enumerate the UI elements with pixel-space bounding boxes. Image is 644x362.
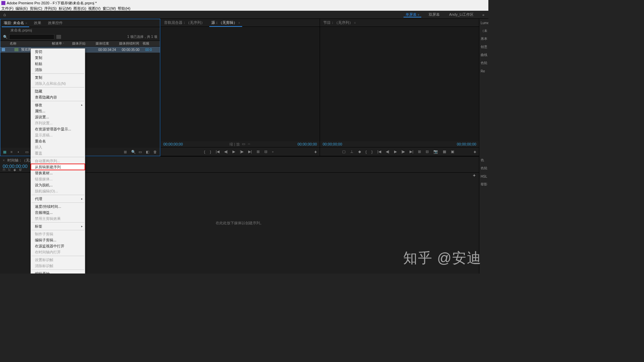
menu-marker[interactable]: 标记(M): [59, 6, 72, 11]
ctx-item[interactable]: 剪切: [31, 49, 85, 55]
ctx-item[interactable]: 设为脱机...: [31, 182, 85, 188]
ctx-item[interactable]: 速度/持续时间...: [31, 203, 85, 209]
ctx-item[interactable]: 标签: [31, 223, 85, 229]
tab-project[interactable]: 项目: 未命名≡: [0, 19, 31, 27]
menu-window[interactable]: 窗口(W): [103, 6, 116, 11]
menu-view[interactable]: 视图(V): [88, 6, 101, 11]
go-out-icon[interactable]: ▶|: [248, 149, 252, 154]
ctx-item[interactable]: 音频增益...: [31, 209, 85, 216]
play-icon[interactable]: ▶: [394, 149, 397, 154]
ctx-item[interactable]: 从剪辑新建序列: [31, 164, 85, 170]
ctx-item[interactable]: 重命名: [31, 138, 85, 144]
freeform-view-icon[interactable]: ▪: [18, 150, 22, 154]
go-in-icon[interactable]: {: [366, 150, 367, 154]
add-marker-icon[interactable]: ▢: [342, 149, 345, 154]
next-frame-icon[interactable]: |▶: [401, 149, 405, 154]
ctx-item[interactable]: 替换素材...: [31, 170, 85, 176]
ctx-item[interactable]: 属性...: [31, 108, 85, 114]
automate-icon[interactable]: ⊞: [124, 150, 128, 154]
insert-icon[interactable]: ⊞: [257, 149, 260, 154]
lumetri-title[interactable]: Lume: [479, 19, 488, 27]
mark-out-icon[interactable]: }: [210, 150, 211, 154]
col-video[interactable]: 视频: [141, 41, 151, 46]
program-view[interactable]: [320, 27, 479, 141]
new-bin-btn[interactable]: ▭: [139, 150, 143, 154]
mark-out-icon[interactable]: ◆: [358, 149, 361, 154]
search-input[interactable]: [9, 34, 54, 40]
ctx-item[interactable]: 粘贴: [31, 61, 85, 67]
mark-in-icon[interactable]: {: [204, 150, 205, 154]
col-media-duration[interactable]: 媒体持续时间: [118, 41, 141, 46]
marker-icon[interactable]: ◆: [13, 168, 16, 172]
ctx-item[interactable]: 编辑原始: [31, 270, 85, 274]
workspace-single[interactable]: 单屏幕 ≡: [401, 12, 424, 17]
tab-source[interactable]: 源：（无剪辑）≡: [208, 19, 244, 26]
trash-icon[interactable]: 🗑: [153, 150, 157, 154]
program-tc-out[interactable]: 00;00;00;00: [457, 142, 476, 146]
ctx-item[interactable]: 代理: [31, 196, 85, 202]
source-tc-out[interactable]: 00;00;00;00: [298, 142, 317, 146]
tab-audio-mixer[interactable]: 音轨混合器：（无序列）: [161, 19, 208, 26]
go-in-icon[interactable]: |◀: [216, 149, 219, 154]
ctx-item[interactable]: 在源监视器中打开: [31, 243, 85, 249]
go-out-icon[interactable]: }: [371, 150, 373, 154]
home-icon[interactable]: ⌂: [0, 12, 9, 17]
col-media-end[interactable]: 媒体结束: [94, 41, 118, 46]
find-icon[interactable]: 🔍: [131, 150, 135, 154]
workspace-custom[interactable]: Andy_Li工作区: [444, 12, 478, 17]
project-columns: 名称 帧速率ˇ 媒体开始 媒体结束 媒体持续时间 视频: [0, 41, 160, 47]
comparison-icon[interactable]: ▦: [443, 149, 446, 154]
ctx-item[interactable]: 复制: [31, 55, 85, 61]
source-view[interactable]: [161, 27, 320, 141]
tab-effect-controls[interactable]: 效果控件: [45, 19, 66, 27]
linked-sel-icon[interactable]: ⊂: [8, 168, 11, 172]
button-editor-icon[interactable]: +: [474, 149, 476, 155]
new-bin-icon[interactable]: [56, 35, 61, 39]
mark-in-icon[interactable]: ⊥: [350, 149, 354, 154]
prev-frame-icon[interactable]: ◀|: [386, 149, 389, 154]
menu-clip[interactable]: 剪辑(C): [30, 6, 42, 11]
ctx-item[interactable]: 源设置...: [31, 114, 85, 120]
ctx-item[interactable]: 编辑子剪辑...: [31, 237, 85, 243]
ctx-item[interactable]: 清除: [31, 67, 85, 73]
button-editor-icon[interactable]: +: [314, 149, 317, 155]
menu-file[interactable]: 文件(F): [1, 6, 13, 11]
step-fwd-icon[interactable]: ▶|: [410, 149, 413, 154]
ctx-item[interactable]: 在资源管理器中显示...: [31, 126, 85, 132]
menu-edit[interactable]: 编辑(E): [15, 6, 28, 11]
source-fit[interactable]: 缩 | 放: [229, 142, 240, 147]
snap-icon[interactable]: ⊓: [3, 168, 5, 172]
export-frame-icon[interactable]: 📷: [433, 149, 438, 154]
tab-program[interactable]: 节目：（无序列）≡: [320, 19, 359, 26]
source-tc-in[interactable]: 00;00;00;00: [163, 142, 183, 146]
menu-graphics[interactable]: 图形(G): [73, 6, 86, 11]
col-fps[interactable]: 帧速率ˇ: [51, 41, 71, 46]
program-tc-in[interactable]: 00;00;00;00: [323, 142, 342, 146]
selection-info: 1 项已选择，共 1 项: [127, 35, 157, 39]
step-fwd-icon[interactable]: |▶: [240, 149, 244, 154]
workspace-double[interactable]: 双屏幕: [424, 12, 444, 17]
ctx-item[interactable]: 修改: [31, 102, 85, 108]
icon-view-icon[interactable]: ≡: [10, 150, 14, 154]
sort-icon[interactable]: ▭: [25, 150, 29, 154]
list-view-icon[interactable]: ▦: [3, 150, 7, 154]
lift-icon[interactable]: ⊞: [418, 149, 421, 154]
tab-effects[interactable]: 效果: [31, 19, 45, 27]
new-item-icon[interactable]: ◧: [146, 150, 150, 154]
ctx-item[interactable]: 隐藏: [31, 88, 85, 94]
col-name[interactable]: 名称: [0, 41, 51, 46]
step-back-icon[interactable]: ◀|: [224, 149, 228, 154]
settings-icon[interactable]: ⚙: [19, 168, 22, 172]
safe-margin-icon[interactable]: ▣: [451, 149, 454, 154]
ctx-item[interactable]: 复制: [31, 74, 85, 80]
overwrite-icon[interactable]: ⊟: [264, 149, 267, 154]
ctx-item[interactable]: 查看隐藏内容: [31, 94, 85, 100]
step-back-icon[interactable]: |◀: [377, 149, 381, 154]
col-media-start[interactable]: 媒体开始: [71, 41, 94, 46]
play-icon[interactable]: ▶: [232, 149, 235, 154]
workspace-more[interactable]: »: [478, 13, 488, 17]
timeline-button-editor[interactable]: +: [473, 173, 476, 178]
menu-help[interactable]: 帮助(H): [118, 6, 130, 11]
extract-icon[interactable]: ⊟: [426, 149, 429, 154]
menu-sequence[interactable]: 序列(S): [44, 6, 57, 11]
